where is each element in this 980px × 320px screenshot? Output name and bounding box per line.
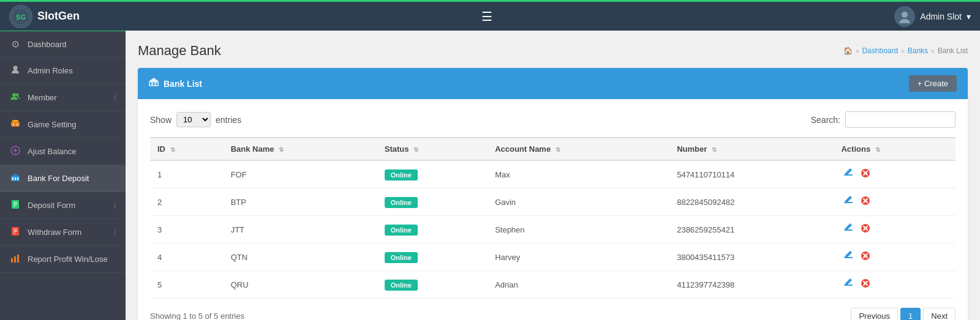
- cell-actions: [834, 188, 956, 216]
- deposit-form-icon: [9, 199, 21, 211]
- svg-rect-32: [156, 83, 157, 85]
- cell-status: Online: [377, 188, 488, 216]
- arrow-icon: 〈: [114, 228, 116, 236]
- table-row: 5 QRU Online Adrian 4112397742398: [150, 271, 956, 299]
- svg-rect-27: [17, 255, 19, 262]
- menu-toggle[interactable]: ☰: [475, 6, 499, 27]
- sidebar-item-label: Dashboard: [28, 40, 67, 49]
- breadcrumb-banks[interactable]: Banks: [908, 47, 928, 55]
- delete-button[interactable]: [858, 167, 873, 182]
- svg-rect-7: [11, 122, 20, 127]
- breadcrumb-sep: »: [856, 48, 859, 54]
- create-button[interactable]: + Create: [909, 75, 957, 92]
- bank-table: ID ⇅ Bank Name ⇅ Status ⇅ Account Name ⇅…: [150, 137, 956, 299]
- delete-button[interactable]: [858, 277, 873, 292]
- cell-status: Online: [377, 244, 488, 271]
- cell-id: 1: [150, 160, 224, 188]
- table-header-row: ID ⇅ Bank Name ⇅ Status ⇅ Account Name ⇅…: [150, 138, 956, 160]
- cell-bank-name: QRU: [224, 271, 377, 299]
- sidebar-item-label: Game Setting: [28, 120, 77, 129]
- cell-status: Online: [377, 160, 488, 188]
- svg-rect-8: [12, 120, 18, 122]
- delete-button[interactable]: [858, 222, 873, 237]
- sidebar-item-dashboard[interactable]: ⊙ Dashboard: [0, 31, 126, 58]
- search-box: Search:: [811, 111, 956, 128]
- bank-for-deposit-icon: [9, 173, 21, 184]
- edit-button[interactable]: [841, 195, 856, 209]
- table-row: 3 JTT Online Stephen 2386259255421: [150, 216, 956, 244]
- user-menu[interactable]: Admin Slot ▾: [894, 6, 971, 27]
- sidebar-item-deposit-form[interactable]: Deposit Form 〈: [0, 192, 126, 219]
- status-badge: Online: [385, 169, 418, 180]
- ajust-balance-icon: [9, 146, 21, 157]
- table-row: 2 BTP Online Gavin 8822845092482: [150, 188, 956, 216]
- sidebar-item-member[interactable]: Member 〈: [0, 84, 126, 111]
- bank-list-card: Bank List + Create Show 10 25 50 100: [138, 68, 968, 320]
- svg-rect-30: [150, 83, 151, 85]
- page-1-button[interactable]: 1: [900, 308, 921, 320]
- sidebar-item-report-profit[interactable]: Report Profit Win/Lose: [0, 246, 126, 273]
- content-area: Manage Bank 🏠 » Dashboard » Banks » Bank…: [126, 31, 980, 320]
- next-button[interactable]: Next: [923, 308, 956, 320]
- svg-point-6: [16, 94, 19, 97]
- breadcrumb-sep: »: [931, 48, 935, 54]
- report-icon: [9, 253, 21, 265]
- svg-marker-29: [149, 78, 159, 81]
- edit-button[interactable]: [841, 277, 856, 292]
- svg-rect-26: [14, 256, 16, 262]
- table-controls: Show 10 25 50 100 entries Search:: [150, 111, 956, 128]
- sidebar-item-label: Bank For Deposit: [28, 174, 89, 183]
- sidebar-item-ajust-balance[interactable]: Ajust Balance: [0, 138, 126, 165]
- sidebar-item-label: Ajust Balance: [28, 147, 77, 156]
- bank-icon: [149, 78, 159, 89]
- dropdown-icon: ▾: [967, 12, 971, 21]
- edit-button[interactable]: [841, 222, 856, 237]
- search-label: Search:: [811, 115, 840, 125]
- sort-icon: ⇅: [413, 146, 418, 153]
- pagination: Previous 1 Next: [851, 308, 956, 320]
- previous-button[interactable]: Previous: [851, 308, 898, 320]
- sidebar-item-bank-for-deposit[interactable]: Bank For Deposit: [0, 165, 126, 192]
- entries-select[interactable]: 10 25 50 100: [176, 112, 211, 127]
- edit-button[interactable]: [841, 167, 856, 182]
- arrow-icon: 〈: [114, 94, 116, 102]
- search-input[interactable]: [845, 111, 956, 128]
- admin-roles-icon: [9, 65, 21, 76]
- card-header: Bank List + Create: [138, 68, 968, 99]
- cell-number: 5474110710114: [669, 160, 834, 188]
- user-avatar: [894, 6, 915, 27]
- cell-id: 4: [150, 244, 224, 271]
- col-account-name: Account Name ⇅: [488, 138, 669, 160]
- svg-point-3: [899, 19, 910, 23]
- brand: SG SlotGen: [9, 5, 80, 28]
- cell-account-name: Harvey: [488, 244, 669, 271]
- svg-point-10: [17, 124, 18, 125]
- sidebar-item-game-setting[interactable]: Game Setting: [0, 111, 126, 138]
- delete-button[interactable]: [858, 195, 873, 209]
- status-badge: Online: [385, 280, 418, 291]
- cell-id: 2: [150, 188, 224, 216]
- card-body: Show 10 25 50 100 entries Search:: [138, 99, 968, 320]
- sidebar-item-label: Member: [28, 93, 57, 102]
- sidebar-item-withdraw-form[interactable]: Withdraw Form 〈: [0, 219, 126, 246]
- sidebar-item-label: Admin Roles: [28, 66, 73, 75]
- home-icon: 🏠: [843, 47, 853, 55]
- edit-button[interactable]: [841, 250, 856, 264]
- cell-actions: [834, 244, 956, 271]
- brand-name: SlotGen: [37, 10, 80, 23]
- cell-account-name: Max: [488, 160, 669, 188]
- entries-label: entries: [216, 115, 241, 125]
- delete-button[interactable]: [858, 250, 873, 264]
- show-label: Show: [150, 115, 172, 125]
- breadcrumb-dashboard[interactable]: Dashboard: [862, 47, 898, 55]
- sidebar-item-admin-roles[interactable]: Admin Roles: [0, 58, 126, 84]
- cell-bank-name: JTT: [224, 216, 377, 244]
- status-badge: Online: [385, 225, 418, 236]
- cell-id: 5: [150, 271, 224, 299]
- svg-rect-15: [15, 177, 16, 180]
- cell-actions: [834, 271, 956, 299]
- sort-icon: ⇅: [556, 146, 560, 153]
- member-icon: [9, 92, 21, 103]
- svg-text:SG: SG: [16, 13, 26, 21]
- cell-account-name: Gavin: [488, 188, 669, 216]
